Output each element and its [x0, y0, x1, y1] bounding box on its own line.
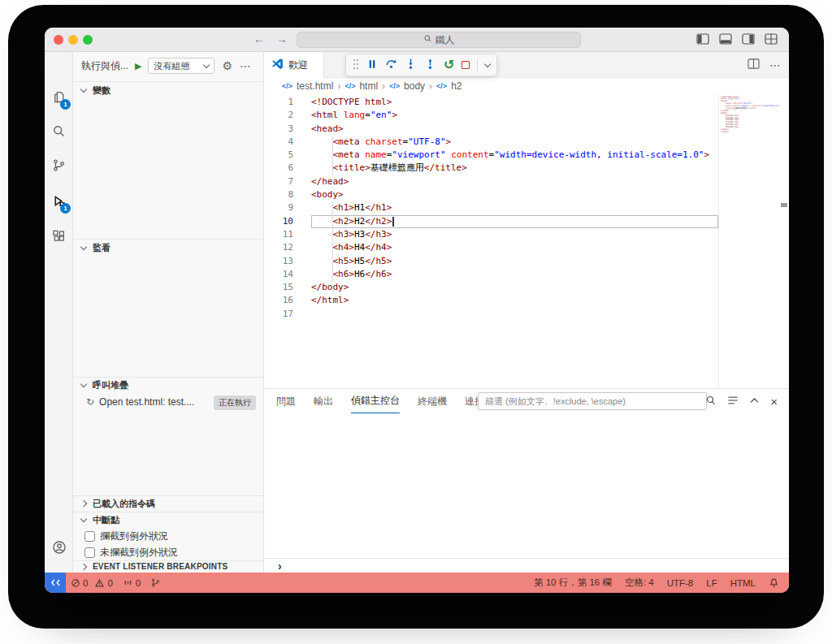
line-number[interactable]: 17 — [264, 308, 300, 321]
code-line[interactable]: <title>基礎標籤應用</title> — [311, 162, 718, 175]
toolbar-drag-handle[interactable] — [353, 58, 359, 72]
debug-session-chevron-icon[interactable] — [484, 60, 491, 67]
start-debug-button[interactable]: ▶ — [135, 61, 141, 71]
ports-status[interactable]: 0 — [123, 577, 141, 588]
filter-search-icon[interactable] — [705, 395, 717, 408]
variables-section-header[interactable]: 變數 — [73, 81, 264, 99]
breakpoints-section-header[interactable]: 中斷點 — [73, 512, 264, 528]
code-line[interactable]: </head> — [311, 175, 718, 188]
debug-console-filter-input[interactable] — [478, 392, 707, 410]
line-number[interactable]: 4 — [264, 136, 300, 149]
line-number[interactable]: 13 — [264, 255, 300, 268]
code-line[interactable]: <h5>H5</h5> — [311, 255, 718, 268]
step-out-icon[interactable] — [424, 58, 436, 72]
code-editor[interactable]: 1234567891011121314151617 <!DOCTYPE html… — [264, 94, 789, 388]
debug-fork-status[interactable] — [150, 577, 161, 588]
eol-status[interactable]: LF — [706, 578, 717, 588]
breadcrumb-body[interactable]: body — [404, 80, 425, 92]
cursor-position-status[interactable]: 第 10 行，第 16 欄 — [534, 577, 612, 589]
minimize-window-button[interactable] — [68, 35, 78, 45]
tab-problems[interactable]: 問題 — [276, 389, 296, 413]
line-number[interactable]: 8 — [264, 188, 300, 201]
call-stack-item[interactable]: ↻ Open test.html: test.... 正在執行 — [73, 393, 264, 411]
debug-config-dropdown[interactable]: 沒有組態 — [148, 58, 214, 74]
event-listener-breakpoints-header[interactable]: EVENT LISTENER BREAKPOINTS — [73, 560, 264, 573]
step-over-icon[interactable] — [385, 58, 397, 72]
pause-icon[interactable] — [366, 58, 378, 72]
account-icon[interactable] — [45, 534, 73, 561]
stop-icon[interactable] — [462, 61, 470, 69]
encoding-status[interactable]: UTF-8 — [667, 578, 694, 588]
code-line[interactable]: <h1>H1</h1> — [311, 201, 718, 214]
history-back-button[interactable]: ← — [252, 32, 266, 45]
line-number[interactable]: 16 — [264, 294, 300, 307]
code-line[interactable]: </html> — [311, 294, 718, 307]
code-line[interactable]: <body> — [311, 188, 718, 201]
views-more-actions-icon[interactable]: ⋯ — [240, 60, 251, 71]
step-into-icon[interactable] — [405, 58, 417, 72]
watch-section-header[interactable]: 監看 — [73, 239, 264, 257]
call-stack-section-header[interactable]: 呼叫堆疊 — [73, 377, 264, 393]
code-line[interactable]: <h6>H6</h6> — [311, 268, 718, 281]
tab-terminal[interactable]: 終端機 — [418, 389, 447, 413]
line-number[interactable]: 14 — [264, 268, 300, 281]
line-number[interactable]: 6 — [264, 162, 300, 175]
line-number[interactable]: 15 — [264, 281, 300, 294]
breadcrumb-file[interactable]: test.html — [297, 80, 333, 92]
remote-indicator[interactable] — [45, 573, 66, 593]
line-number[interactable]: 11 — [264, 228, 300, 241]
tab-welcome[interactable]: 歡迎 — [264, 52, 324, 78]
minimap[interactable]: <!DOCTYPE html><html lang="en"><head> <m… — [718, 94, 780, 388]
zoom-window-button[interactable] — [83, 35, 93, 45]
code-line[interactable]: <html lang="en"> — [311, 109, 718, 122]
line-number[interactable]: 9 — [264, 201, 300, 214]
loaded-scripts-section-header[interactable]: 已載入的指令碼 — [73, 495, 264, 512]
toggle-panel-icon[interactable] — [719, 33, 732, 45]
history-forward-button[interactable]: → — [275, 32, 289, 45]
code-line[interactable]: <h3>H3</h3> — [311, 228, 718, 241]
problems-status[interactable]: 0 0 — [71, 578, 113, 588]
code-line[interactable]: <h2>H2</h2> — [311, 215, 718, 228]
language-mode-status[interactable]: HTML — [730, 578, 756, 588]
toggle-secondary-sidebar-icon[interactable] — [742, 33, 755, 45]
line-number[interactable]: 1 — [264, 96, 300, 109]
overview-ruler[interactable] — [780, 94, 789, 388]
line-number[interactable]: 12 — [264, 241, 300, 254]
maximize-panel-icon[interactable] — [749, 395, 760, 407]
code-line[interactable]: <!DOCTYPE html> — [311, 96, 718, 109]
line-number[interactable]: 7 — [264, 175, 300, 188]
editor-more-actions-icon[interactable]: ⋯ — [769, 59, 781, 71]
toggle-primary-sidebar-icon[interactable] — [696, 33, 709, 45]
clear-console-icon[interactable] — [727, 395, 739, 408]
breadcrumb-html[interactable]: html — [359, 80, 378, 92]
source-control-icon[interactable] — [45, 151, 73, 179]
restart-icon[interactable]: ↺ — [444, 58, 454, 71]
indentation-status[interactable]: 空格: 4 — [625, 577, 654, 589]
notifications-bell-icon[interactable] — [769, 577, 779, 588]
caught-exceptions-checkbox[interactable] — [84, 531, 95, 542]
split-editor-icon[interactable] — [748, 58, 760, 71]
configure-gear-icon[interactable]: ⚙ — [222, 60, 232, 71]
line-number[interactable]: 5 — [264, 149, 300, 162]
customize-layout-icon[interactable] — [765, 33, 778, 45]
extensions-icon[interactable] — [45, 222, 73, 249]
tab-debug-console[interactable]: 偵錯主控台 — [351, 389, 400, 413]
code-line[interactable]: <h4>H4</h4> — [311, 241, 718, 254]
search-view-icon[interactable] — [45, 117, 73, 145]
code-line[interactable] — [311, 308, 718, 321]
code-line[interactable]: <meta charset="UTF-8"> — [311, 136, 718, 149]
close-panel-icon[interactable]: × — [770, 395, 778, 408]
close-window-button[interactable] — [54, 35, 63, 45]
code-line[interactable]: </body> — [311, 281, 718, 294]
code-line[interactable]: <meta name="viewport" content="width=dev… — [311, 149, 718, 162]
line-number[interactable]: 3 — [264, 123, 300, 136]
tab-output[interactable]: 輸出 — [314, 389, 333, 413]
uncaught-exceptions-checkbox[interactable] — [84, 547, 95, 558]
line-number[interactable]: 10 — [264, 215, 300, 228]
command-center-search[interactable]: 鐵人 — [297, 32, 581, 48]
debug-console-input[interactable]: › — [264, 558, 789, 573]
symbol-code-icon: </> — [344, 82, 355, 90]
breadcrumb-h2[interactable]: h2 — [451, 80, 462, 92]
code-line[interactable]: <head> — [311, 123, 718, 136]
line-number[interactable]: 2 — [264, 109, 300, 122]
